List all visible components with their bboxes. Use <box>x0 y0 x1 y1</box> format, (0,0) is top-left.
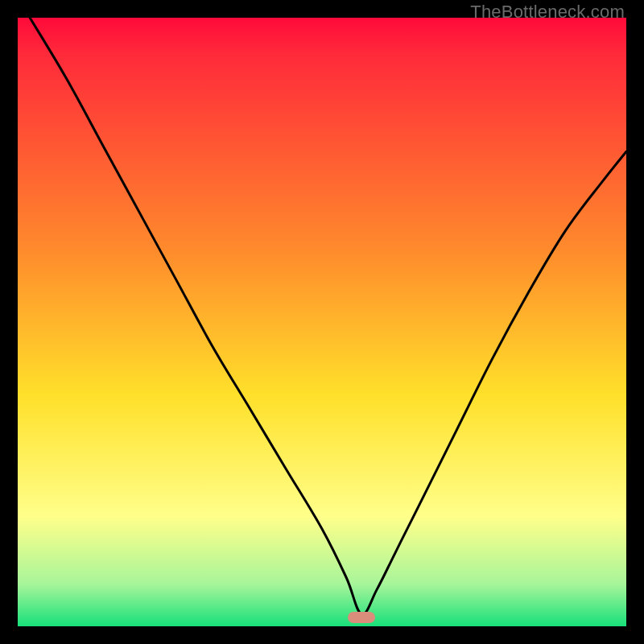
watermark-text: TheBottleneck.com <box>470 2 625 23</box>
bottleneck-curve <box>18 18 626 626</box>
chart-frame: TheBottleneck.com <box>0 0 644 644</box>
plot-area <box>18 18 626 626</box>
minimum-marker <box>348 612 375 623</box>
